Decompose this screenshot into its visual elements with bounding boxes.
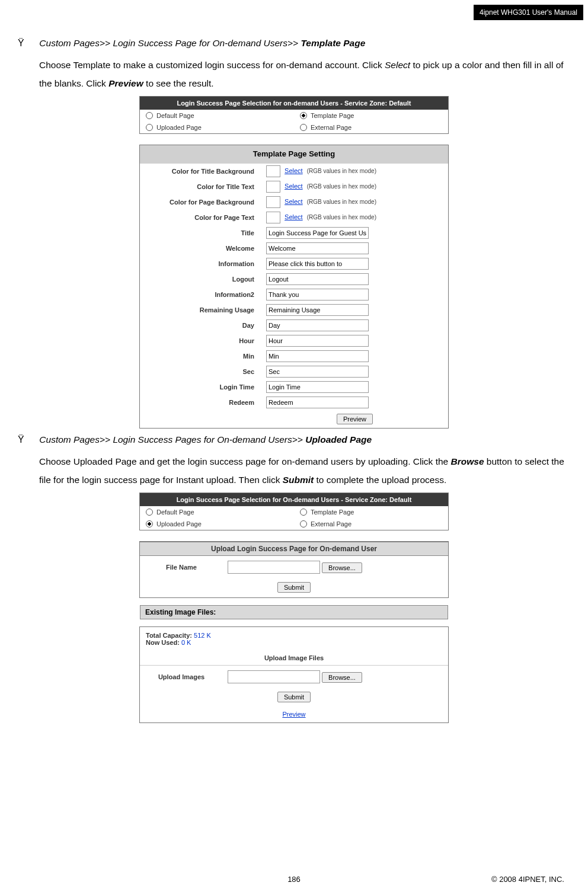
radio-external-page[interactable]: External Page [294, 518, 448, 530]
total-capacity: Total Capacity: 512 K [146, 632, 442, 639]
radio-icon [146, 509, 153, 516]
browse-button[interactable]: Browse... [322, 562, 362, 573]
radio-label: Uploaded Page [156, 124, 202, 131]
hour-input[interactable] [266, 335, 369, 347]
bullet-icon: Ÿ [18, 434, 26, 445]
para-text: Choose Uploaded Page and get the login s… [39, 456, 451, 466]
radio-icon [146, 112, 153, 119]
radio-label: Default Page [156, 112, 194, 119]
para-text: Choose Template to make a customized log… [39, 60, 385, 70]
breadcrumb-prefix: Custom Pages>> Login Success Page for On… [39, 38, 301, 48]
remaining-usage-input[interactable] [266, 304, 369, 316]
para-text: to see the result. [143, 78, 214, 88]
row-label: Remaining Usage [140, 302, 261, 318]
login-time-input[interactable] [266, 381, 369, 393]
hex-note: (RGB values in hex mode) [307, 199, 376, 205]
row-label: Color for Title Text [140, 179, 261, 194]
fig2-upload-panel: Upload Login Success Page for On-demand … [139, 541, 449, 598]
radio-icon [146, 520, 153, 527]
section1-breadcrumb: Ÿ Custom Pages>> Login Success Page for … [18, 38, 570, 49]
page-number: 186 [0, 875, 588, 884]
fig2-panelB-title: Upload Login Success Page for On-demand … [140, 542, 448, 556]
fig2-panelA-title: Login Success Page Selection for On-dema… [140, 493, 448, 506]
row-label: Day [140, 318, 261, 333]
row-label: Welcome [140, 241, 261, 256]
radio-template-page[interactable]: Template Page [294, 506, 448, 518]
browse-word: Browse [451, 456, 484, 466]
radio-label: Default Page [156, 509, 194, 516]
redeem-input[interactable] [266, 397, 369, 408]
file-name-input[interactable] [228, 561, 320, 574]
submit-button[interactable]: Submit [277, 582, 311, 593]
fig1-template-panel: Template Page Setting Color for Title Ba… [139, 145, 449, 429]
row-label: Logout [140, 271, 261, 287]
file-name-label: File Name [141, 557, 222, 577]
preview-word: Preview [108, 78, 143, 88]
radio-external-page[interactable]: External Page [294, 122, 448, 133]
row-label: Color for Title Background [140, 164, 261, 179]
radio-uploaded-page[interactable]: Uploaded Page [140, 518, 294, 530]
fig1-panelB-title: Template Page Setting [140, 145, 448, 164]
logout-input[interactable] [266, 273, 369, 285]
breadcrumb-emph: Template Page [301, 38, 365, 48]
color-swatch[interactable] [266, 196, 280, 208]
radio-uploaded-page[interactable]: Uploaded Page [140, 122, 294, 133]
day-input[interactable] [266, 319, 369, 331]
radio-icon [300, 520, 307, 527]
radio-template-page[interactable]: Template Page [294, 110, 448, 122]
section2-breadcrumb: Ÿ Custom Pages>> Login Success Pages for… [18, 434, 570, 445]
radio-label: External Page [311, 520, 351, 527]
hex-note: (RGB values in hex mode) [307, 168, 376, 174]
row-label: Min [140, 349, 261, 364]
fig2-image-upload-panel: Total Capacity: 512 K Now Used: 0 K Uplo… [139, 626, 449, 723]
hex-note: (RGB values in hex mode) [307, 183, 376, 190]
select-link[interactable]: Select [285, 213, 303, 220]
fig1-panelA-title: Login Success Page Selection for on-dema… [140, 97, 448, 110]
radio-default-page[interactable]: Default Page [140, 110, 294, 122]
welcome-input[interactable] [266, 242, 369, 254]
row-label: Color for Page Text [140, 210, 261, 225]
row-label: Login Time [140, 379, 261, 395]
now-used-label: Now Used: [146, 639, 181, 646]
min-input[interactable] [266, 350, 369, 362]
select-link[interactable]: Select [285, 167, 303, 174]
existing-image-files-bar: Existing Image Files: [140, 605, 448, 619]
radio-icon [300, 509, 307, 516]
radio-label: Template Page [311, 112, 354, 119]
submit-word: Submit [283, 475, 314, 485]
para-text: to complete the upload process. [314, 475, 446, 485]
preview-link[interactable]: Preview [282, 711, 305, 718]
hex-note: (RGB values in hex mode) [307, 214, 376, 220]
row-label: Hour [140, 333, 261, 349]
select-word: Select [385, 60, 410, 70]
submit-button[interactable]: Submit [277, 692, 311, 702]
upload-images-input[interactable] [228, 670, 320, 683]
radio-label: External Page [311, 124, 351, 131]
title-input[interactable] [266, 227, 369, 239]
radio-icon [300, 112, 307, 119]
select-link[interactable]: Select [285, 183, 303, 190]
fig2-selection-panel: Login Success Page Selection for On-dema… [139, 493, 449, 530]
bullet-icon: Ÿ [18, 38, 26, 49]
sec-input[interactable] [266, 366, 369, 378]
row-label: Color for Page Background [140, 194, 261, 210]
fig1-selection-panel: Login Success Page Selection for on-dema… [139, 96, 449, 134]
information2-input[interactable] [266, 289, 369, 300]
information-input[interactable] [266, 258, 369, 270]
radio-icon [300, 124, 307, 131]
row-label: Information [140, 256, 261, 271]
color-swatch[interactable] [266, 181, 280, 193]
select-link[interactable]: Select [285, 198, 303, 205]
radio-default-page[interactable]: Default Page [140, 506, 294, 518]
row-label: Sec [140, 364, 261, 379]
section1-paragraph: Choose Template to make a customized log… [39, 56, 570, 92]
radio-label: Uploaded Page [156, 520, 202, 527]
header-title: 4ipnet WHG301 User's Manual [474, 5, 583, 20]
browse-button[interactable]: Browse... [322, 672, 362, 683]
upload-images-label: Upload Images [141, 667, 222, 687]
color-swatch[interactable] [266, 212, 280, 223]
color-swatch[interactable] [266, 165, 280, 177]
preview-button[interactable]: Preview [337, 414, 373, 424]
breadcrumb-prefix: Custom Pages>> Login Success Pages for O… [39, 434, 305, 445]
section2-paragraph: Choose Uploaded Page and get the login s… [39, 452, 570, 489]
